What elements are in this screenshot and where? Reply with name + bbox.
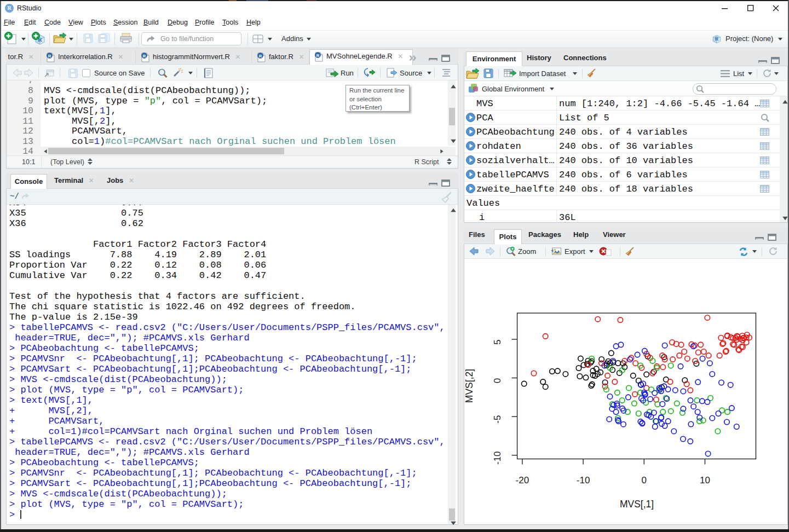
svg-text:R: R: [259, 54, 262, 59]
svg-text:R: R: [143, 54, 146, 59]
svg-text:R: R: [316, 53, 320, 58]
svg-text:-10: -10: [492, 451, 503, 465]
svg-text:R: R: [48, 54, 51, 59]
svg-text:0: 0: [642, 475, 647, 485]
svg-text:5: 5: [492, 339, 503, 344]
svg-text:0: 0: [492, 378, 503, 383]
svg-text:MVS[,1]: MVS[,1]: [620, 499, 654, 510]
svg-text:R: R: [715, 36, 719, 42]
svg-text:-10: -10: [577, 475, 590, 485]
svg-text:-5: -5: [492, 415, 503, 424]
svg-text:10: 10: [700, 475, 710, 485]
svg-text:MVS[,2]: MVS[,2]: [464, 369, 475, 403]
svg-text:-20: -20: [516, 475, 529, 485]
